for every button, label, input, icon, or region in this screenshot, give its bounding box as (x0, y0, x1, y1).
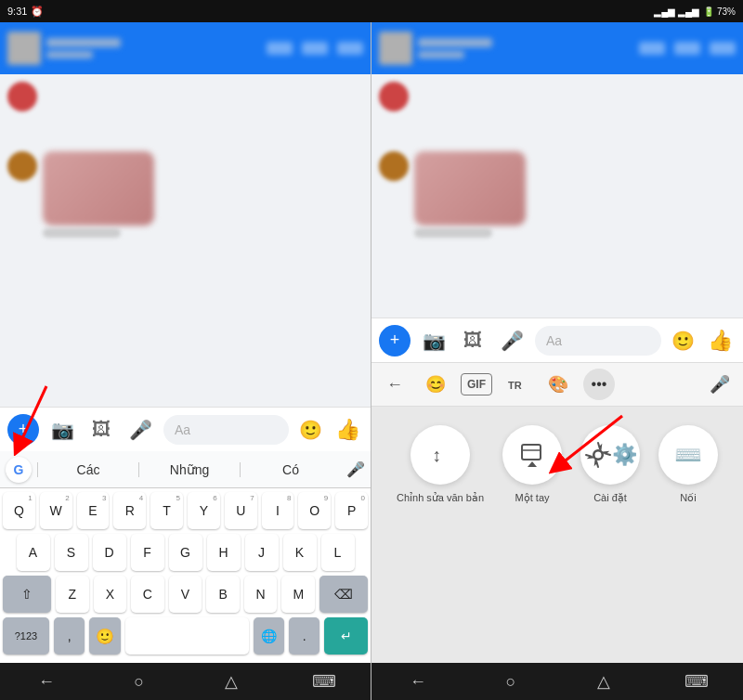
chat-area-right (372, 74, 743, 318)
nav-home-right[interactable]: ○ (500, 670, 522, 693)
nav-keyboard-right[interactable]: ⌨ (685, 670, 708, 693)
key-a[interactable]: A (17, 534, 50, 571)
plus-button-right[interactable]: + (379, 325, 411, 356)
key-r[interactable]: R4 (113, 492, 146, 529)
key-d[interactable]: D (93, 534, 126, 571)
suggestion-3[interactable]: Có (240, 462, 341, 477)
key-v[interactable]: V (169, 576, 202, 613)
key-emoji[interactable]: 🙂 (89, 617, 120, 655)
message-input-left[interactable]: Aa (163, 415, 289, 445)
gboard-emoji-button[interactable]: 😊 (420, 369, 451, 400)
nav-back-left[interactable]: ← (35, 670, 58, 693)
bottom-nav-right: ← ○ △ ⌨ (372, 663, 743, 700)
key-e[interactable]: E3 (77, 492, 110, 529)
key-shift[interactable]: ⇧ (3, 576, 51, 613)
gboard-more-button[interactable]: ••• (583, 369, 615, 400)
key-period[interactable]: . (289, 617, 319, 655)
image-button-right[interactable]: 🖼 (457, 325, 489, 356)
key-t[interactable]: T5 (150, 492, 183, 529)
one-hand-icon (518, 441, 546, 469)
menu-icon-connect[interactable]: ⌨️ (658, 425, 718, 485)
menu-icon-edit[interactable]: ↕ (411, 425, 470, 485)
emoji-button-right[interactable]: 🙂 (669, 327, 697, 355)
gboard-back-button[interactable]: ← (379, 369, 411, 400)
gboard-gif-button[interactable]: GIF (461, 373, 492, 395)
key-s[interactable]: S (55, 534, 88, 571)
camera-button-right[interactable]: 📷 (418, 325, 450, 356)
key-row-4: ?123 , 🙂 🌐 . ↵ (3, 617, 368, 655)
like-button-left[interactable]: 👍 (332, 414, 363, 446)
nav-recent-right[interactable]: △ (593, 670, 615, 693)
key-h[interactable]: H (207, 534, 241, 571)
key-b[interactable]: B (206, 576, 240, 613)
key-q[interactable]: Q1 (3, 492, 35, 529)
messenger-toolbar-left[interactable]: + 📷 🖼 🎤 Aa 🙂 👍 (0, 407, 371, 451)
key-m[interactable]: M (281, 576, 315, 613)
key-comma[interactable]: , (54, 617, 85, 655)
nav-recent-left[interactable]: △ (220, 670, 242, 693)
keyboard-mic[interactable]: 🎤 (341, 460, 371, 478)
nav-keyboard-left[interactable]: ⌨ (313, 670, 335, 693)
key-z[interactable]: Z (56, 576, 89, 613)
menu-item-edit: ↕ Chỉnh sửa văn bản (397, 425, 484, 504)
camera-icon: 📷 (51, 419, 74, 441)
menu-icon-settings[interactable]: ⚙️ (580, 425, 640, 485)
key-c[interactable]: C (131, 576, 164, 613)
emoji-button-left[interactable]: 🙂 (296, 416, 324, 444)
svg-point-10 (593, 451, 602, 460)
mic-button-left[interactable]: 🎤 (124, 414, 156, 446)
key-u[interactable]: U7 (225, 492, 257, 529)
left-panel: + 📷 🖼 🎤 Aa 🙂 👍 (0, 22, 372, 700)
key-n[interactable]: N (244, 576, 278, 613)
chat-bubble (43, 228, 121, 238)
key-y[interactable]: Y6 (188, 492, 220, 529)
nav-home-left[interactable]: ○ (128, 670, 150, 693)
key-j[interactable]: J (245, 534, 279, 571)
key-l[interactable]: L (321, 534, 355, 571)
messenger-toolbar-right[interactable]: + 📷 🖼 🎤 Aa 🙂 👍 (372, 318, 743, 362)
suggestion-1[interactable]: Các (37, 462, 138, 477)
message-input-right[interactable]: Aa (535, 326, 661, 356)
chat-bubbles-r3 (414, 151, 526, 238)
gboard-palette-button[interactable]: 🎨 (542, 369, 574, 400)
gboard-mic-button[interactable]: 🎤 (704, 369, 736, 400)
gboard-translate-button[interactable]: TR (502, 369, 533, 400)
camera-icon-r: 📷 (423, 330, 446, 352)
menu-label-edit: Chỉnh sửa văn bản (397, 492, 484, 504)
key-k[interactable]: K (283, 534, 317, 571)
menu-icon-onehanded[interactable] (502, 425, 562, 485)
mic-button-right[interactable]: 🎤 (496, 325, 528, 356)
menu-label-onehanded: Một tay (515, 492, 550, 504)
split-container: + 📷 🖼 🎤 Aa 🙂 👍 (0, 22, 743, 700)
like-icon-r: 👍 (708, 329, 733, 353)
suggestion-2[interactable]: Những (138, 462, 240, 477)
key-globe[interactable]: 🌐 (254, 617, 284, 655)
key-w[interactable]: W2 (40, 492, 72, 529)
key-backspace[interactable]: ⌫ (319, 576, 368, 613)
key-o[interactable]: O9 (298, 492, 331, 529)
svg-marker-8 (528, 461, 537, 467)
plus-button-left[interactable]: + (7, 414, 39, 446)
image-icon: 🖼 (92, 419, 111, 440)
image-button-left[interactable]: 🖼 (85, 414, 117, 446)
nav-back-right[interactable]: ← (407, 670, 429, 693)
menu-label-settings: Cài đặt (593, 492, 627, 504)
key-enter[interactable]: ↵ (324, 617, 368, 655)
translate-icon: TR (506, 376, 528, 393)
header-icon3-left (337, 42, 363, 55)
chat-area-left (0, 74, 371, 407)
key-123[interactable]: ?123 (3, 617, 49, 655)
menu-item-onehanded: Một tay (502, 425, 562, 504)
key-x[interactable]: X (94, 576, 127, 613)
camera-button-left[interactable]: 📷 (46, 414, 78, 446)
like-button-right[interactable]: 👍 (704, 325, 736, 356)
chat-image (43, 151, 154, 226)
key-row-1: Q1 W2 E3 R4 T5 Y6 U7 I8 O9 P0 (3, 492, 368, 529)
status-bar: 9:31 ⏰ ▂▄▆ ▂▄▆ 🔋 73% (0, 0, 743, 22)
key-p[interactable]: P0 (335, 492, 368, 529)
status-left: 9:31 ⏰ (7, 6, 44, 18)
key-g[interactable]: G (169, 534, 202, 571)
key-i[interactable]: I8 (262, 492, 294, 529)
key-space[interactable] (125, 617, 249, 655)
key-f[interactable]: F (131, 534, 164, 571)
